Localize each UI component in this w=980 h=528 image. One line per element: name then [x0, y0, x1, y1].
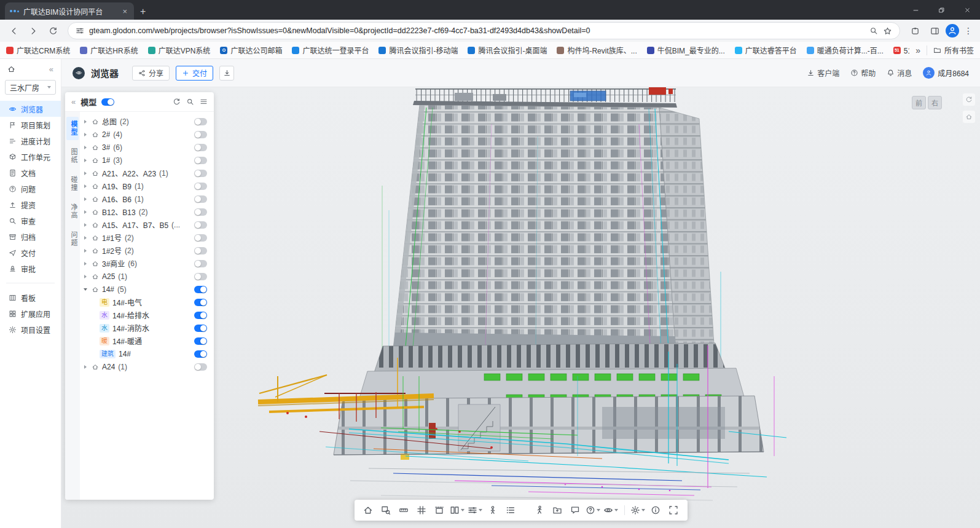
expand-caret-icon[interactable] [84, 249, 87, 253]
bookmark-item[interactable]: 腾讯会议指引-移动端 [378, 45, 458, 55]
search-icon[interactable] [869, 26, 878, 35]
expand-caret-icon[interactable] [84, 133, 87, 136]
expand-caret-icon[interactable] [84, 365, 87, 369]
toolbar-roam-button[interactable] [485, 502, 501, 519]
model-tree-item[interactable]: 总图(2) [83, 115, 209, 128]
model-tree-item[interactable]: 14#(5) [83, 283, 209, 296]
browser-menu-icon[interactable]: ⋮ [962, 26, 975, 36]
collapse-caret-icon[interactable] [84, 288, 87, 291]
visibility-toggle[interactable] [194, 118, 207, 125]
visibility-toggle[interactable] [194, 247, 207, 254]
home-icon[interactable] [7, 65, 15, 73]
sidebar-item-review[interactable]: 审查 [0, 213, 61, 229]
visibility-toggle[interactable] [194, 221, 207, 229]
toolbar-fullscreen-button[interactable] [665, 502, 682, 519]
visibility-toggle[interactable] [194, 286, 207, 293]
model-tree-item[interactable]: A24(1) [83, 360, 209, 373]
side-panel-icon[interactable] [926, 22, 943, 39]
address-bar[interactable]: gteam.glodon.com/web/projects/browser?is… [68, 22, 900, 39]
collapse-sidebar-icon[interactable]: « [49, 65, 53, 74]
toolbar-comments-button[interactable] [567, 502, 584, 519]
model-tree-item[interactable]: B12、B13(2) [83, 205, 209, 218]
help-button[interactable]: 帮助 [850, 68, 876, 78]
sidebar-item-approval[interactable]: 审批 [0, 261, 61, 277]
model-tree-item[interactable]: A15、A17、B7、B5(... [83, 218, 209, 231]
sidebar-item-dashboard[interactable]: 看板 [0, 290, 61, 305]
profile-avatar[interactable] [946, 24, 959, 37]
toolbar-axis-grid-button[interactable] [414, 502, 430, 519]
all-bookmarks-button[interactable]: 所有书签 [933, 45, 974, 55]
sidebar-item-extensions[interactable]: 扩展应用 [0, 305, 61, 321]
toolbar-box-select-button[interactable] [378, 502, 394, 519]
model-tree-subitem[interactable]: 暖14#-暖通 [83, 334, 209, 347]
visibility-toggle[interactable] [194, 325, 207, 332]
panel-tab-clearance[interactable]: 净高 [66, 200, 79, 223]
project-select[interactable]: 三水厂房 [5, 80, 56, 95]
download-button[interactable] [219, 66, 234, 81]
window-minimize-button[interactable] [903, 0, 928, 20]
toolbar-display-effects-button[interactable] [467, 502, 484, 519]
tab-close-icon[interactable]: × [120, 7, 129, 16]
toolbar-walkthrough-button[interactable] [531, 502, 548, 519]
sidebar-item-issues[interactable]: 问题 [0, 181, 61, 197]
user-menu[interactable]: 成月8684 [923, 67, 969, 79]
panel-tab-clash[interactable]: 碰撞 [66, 172, 79, 195]
model-tree-item[interactable]: 3#商业(6) [83, 257, 209, 270]
visibility-toggle[interactable] [194, 131, 207, 138]
visibility-toggle[interactable] [194, 260, 207, 267]
collapse-panel-icon[interactable]: « [71, 97, 76, 106]
expand-caret-icon[interactable] [84, 210, 87, 214]
browser-tab[interactable]: 广联达BIM设计协同平台 × [5, 2, 134, 20]
sidebar-item-archive[interactable]: 归档 [0, 229, 61, 245]
bookmark-star-icon[interactable] [883, 26, 892, 36]
model-tree-subitem[interactable]: 电14#-电气 [83, 296, 209, 309]
refresh-icon[interactable] [173, 98, 181, 106]
visibility-toggle[interactable] [194, 144, 207, 151]
expand-caret-icon[interactable] [84, 120, 87, 124]
toolbar-attachments-button[interactable] [549, 502, 566, 519]
toolbar-help-button[interactable] [585, 502, 602, 519]
toolbar-about-button[interactable] [648, 502, 664, 519]
viewer-home-button[interactable] [963, 111, 975, 123]
share-button[interactable]: 分享 [132, 66, 170, 81]
model-tree-item[interactable]: 1#(3) [83, 154, 209, 167]
visibility-toggle[interactable] [194, 312, 207, 319]
visibility-toggle[interactable] [194, 350, 207, 358]
bookmark-item[interactable]: 广联达睿答平台 [735, 45, 797, 55]
messages-button[interactable]: 消息 [887, 68, 912, 78]
back-button[interactable] [5, 22, 22, 39]
model-tree-subitem[interactable]: 水14#-给排水 [83, 309, 209, 321]
expand-caret-icon[interactable] [84, 223, 87, 227]
site-settings-icon[interactable] [76, 26, 84, 35]
sidebar-item-browser[interactable]: 浏览器 [0, 101, 61, 117]
visibility-toggle[interactable] [194, 299, 207, 306]
bookmark-item[interactable]: O广联达公司邮箱 [220, 45, 282, 55]
model-master-toggle[interactable] [101, 98, 114, 106]
model-tree-subitem[interactable]: 建筑14# [83, 347, 209, 360]
expand-caret-icon[interactable] [84, 197, 87, 201]
toolbar-split-compare-button[interactable] [449, 502, 466, 519]
toolbar-measure-button[interactable] [396, 502, 412, 519]
3d-viewer[interactable]: « 模型 模型图纸碰撞净高问题 总图(2)2#(4)3#(6)1#(3)A21、… [61, 87, 980, 528]
sidebar-item-project-settings[interactable]: 项目设置 [0, 321, 61, 337]
expand-caret-icon[interactable] [84, 262, 87, 266]
toolbar-section-button[interactable] [431, 502, 448, 519]
sidebar-item-schedule[interactable]: 进度计划 [0, 133, 61, 149]
toolbar-home-view-button[interactable] [360, 502, 377, 519]
model-tree-subitem[interactable]: 水14#-消防水 [83, 321, 209, 334]
viewer-refresh-button[interactable] [963, 93, 975, 106]
expand-caret-icon[interactable] [84, 184, 87, 188]
visibility-toggle[interactable] [194, 337, 207, 345]
expand-caret-icon[interactable] [84, 159, 87, 162]
toolbar-visibility-button[interactable] [603, 502, 619, 519]
expand-caret-icon[interactable] [84, 275, 87, 278]
sidebar-item-delivery[interactable]: 交付 [0, 245, 61, 261]
panel-tab-model[interactable]: 模型 [66, 117, 79, 140]
panel-tab-drawings[interactable]: 图纸 [66, 144, 79, 168]
expand-caret-icon[interactable] [84, 171, 87, 175]
bookmark-item[interactable]: 暖通负荷计算...-百... [807, 45, 884, 55]
bookmark-item[interactable]: 5151PPT模板网 - 幻... [893, 45, 909, 55]
expand-caret-icon[interactable] [84, 236, 87, 240]
forward-button[interactable] [25, 22, 42, 39]
deliver-button[interactable]: 交付 [176, 66, 213, 81]
